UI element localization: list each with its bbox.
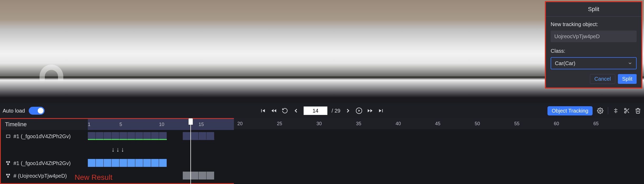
split-button[interactable]: Split (618, 74, 637, 84)
timeline-segment[interactable] (183, 132, 214, 140)
delete-icon[interactable] (635, 107, 641, 114)
timeline-panel: Timeline 151015 #1 (_fgoo1dV4ZtPh2Gv) ↓↓… (0, 118, 234, 184)
current-frame-input[interactable] (304, 106, 327, 115)
svg-line-12 (626, 110, 627, 111)
svg-point-9 (624, 112, 626, 113)
new-result-label: New Result (75, 173, 112, 182)
split-clip-icon[interactable] (612, 107, 619, 114)
timeline-segment[interactable] (183, 172, 214, 180)
settings-icon[interactable] (597, 107, 604, 114)
ruler-tick: 35 (356, 118, 361, 129)
arrow-spacer: ↓↓↓ (1, 143, 234, 157)
prev-frame-icon[interactable] (292, 107, 299, 114)
ruler-tick: 10 (159, 119, 164, 130)
timeline-ruler[interactable]: 151015 (88, 119, 234, 130)
track-row-result-1[interactable]: #1 (_fgoo1dV4ZtPh2Gv) (1, 157, 234, 170)
track-row-source[interactable]: #1 (_fgoo1dV4ZtPh2Gv) (1, 130, 234, 143)
new-tracking-input[interactable] (551, 31, 637, 42)
rect-icon (6, 134, 11, 139)
track-label: # (UojreocVpTjw4peD) (13, 173, 67, 179)
track-label: #1 (_fgoo1dV4ZtPh2Gv) (13, 160, 71, 166)
playhead[interactable] (189, 118, 193, 125)
total-frames-label: / 29 (331, 108, 340, 114)
ruler-tick: 15 (199, 119, 204, 130)
ruler-tick: 5 (119, 119, 122, 130)
ruler-tick: 45 (435, 118, 440, 129)
brand-ring-icon (40, 65, 63, 80)
svg-rect-18 (8, 174, 10, 176)
ruler-tick: 50 (475, 118, 480, 129)
svg-rect-17 (6, 174, 8, 176)
cubes-icon (6, 161, 11, 166)
svg-rect-19 (7, 176, 9, 178)
svg-rect-13 (6, 135, 10, 138)
track-row-result-2[interactable]: # (UojreocVpTjw4peD) (1, 170, 234, 182)
ruler-tick: 25 (277, 118, 282, 129)
svg-marker-1 (359, 110, 360, 112)
ruler-tick: 55 (514, 118, 520, 129)
svg-point-2 (599, 110, 601, 112)
svg-point-8 (624, 108, 626, 110)
auto-load-toggle[interactable] (29, 107, 45, 115)
timeline-label: Timeline (1, 121, 88, 128)
playback-control-bar: Auto load / 29 Object Tracking (0, 103, 644, 118)
timeline-segment[interactable] (88, 159, 167, 167)
split-title: Split (546, 2, 641, 17)
svg-rect-14 (6, 161, 8, 163)
ruler-tick: 60 (554, 118, 559, 129)
loop-back-icon[interactable] (281, 107, 288, 114)
object-tracking-button[interactable]: Object Tracking (547, 106, 593, 115)
chevron-down-icon (628, 61, 632, 66)
divider (608, 107, 608, 114)
ruler-tick: 40 (396, 118, 401, 129)
scissors-icon[interactable] (623, 107, 630, 114)
step-to-end-icon[interactable] (378, 107, 385, 114)
auto-load-label: Auto load (3, 108, 25, 114)
fast-forward-icon[interactable] (367, 107, 374, 114)
rewind-icon[interactable] (270, 107, 277, 114)
class-select-value: Car(Car) (555, 60, 575, 66)
play-icon[interactable] (356, 107, 363, 114)
split-dialog: Split New tracking object: Class: Car(Ca… (545, 1, 642, 89)
svg-rect-16 (7, 163, 9, 165)
svg-rect-15 (8, 161, 10, 163)
ruler-tick: 65 (593, 118, 599, 129)
next-frame-icon[interactable] (345, 107, 352, 114)
timeline-overflow: 20253035404550556065 (234, 118, 644, 184)
ruler-tick: 20 (237, 118, 243, 129)
svg-line-11 (627, 111, 629, 113)
cancel-button[interactable]: Cancel (590, 74, 615, 84)
down-arrows-icon: ↓↓↓ (112, 146, 126, 153)
class-select[interactable]: Car(Car) (551, 57, 637, 69)
ruler-tick: 1 (88, 119, 90, 130)
ruler-tick: 30 (316, 118, 322, 129)
step-to-start-icon[interactable] (259, 107, 266, 114)
cubes-icon (6, 173, 11, 178)
new-tracking-label: New tracking object: (551, 21, 637, 27)
playhead-line (190, 119, 191, 184)
timeline-segment[interactable] (88, 132, 167, 140)
track-label: #1 (_fgoo1dV4ZtPh2Gv) (13, 133, 71, 139)
class-label: Class: (551, 48, 637, 54)
